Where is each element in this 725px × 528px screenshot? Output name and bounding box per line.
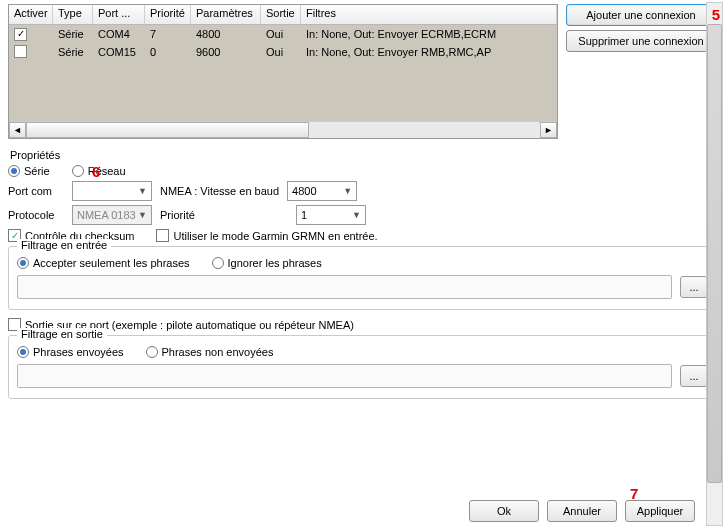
garmin-checkbox[interactable]: Utiliser le mode Garmin GRMN en entrée. xyxy=(156,229,377,242)
chevron-down-icon: ▼ xyxy=(352,210,361,220)
scroll-right-icon[interactable]: ► xyxy=(540,122,557,138)
priority-combo[interactable]: 1▼ xyxy=(296,205,366,225)
chevron-down-icon: ▼ xyxy=(343,186,352,196)
col-parametres[interactable]: Paramètres xyxy=(191,5,261,24)
table-row[interactable]: SérieCOM1509600OuiIn: None, Out: Envoyer… xyxy=(9,43,557,61)
horizontal-scrollbar[interactable]: ◄ ► xyxy=(9,121,557,138)
scroll-left-icon[interactable]: ◄ xyxy=(9,122,26,138)
connections-table: Activer Type Port ... Priorité Paramètre… xyxy=(8,4,558,139)
table-row[interactable]: ✓SérieCOM474800OuiIn: None, Out: Envoyer… xyxy=(9,25,557,43)
col-priorite[interactable]: Priorité xyxy=(145,5,191,24)
chevron-down-icon: ▼ xyxy=(138,210,147,220)
radio-sent-sentences[interactable]: Phrases envoyées xyxy=(17,346,124,358)
port-label: Port com xyxy=(8,185,64,197)
input-filter-fieldset: Filtrage en entrée Accepter seulement le… xyxy=(8,246,717,310)
scroll-thumb[interactable] xyxy=(26,122,309,138)
radio-network[interactable]: Réseau xyxy=(72,165,126,177)
output-filter-more-button[interactable]: ... xyxy=(680,365,708,387)
col-sortie[interactable]: Sortie xyxy=(261,5,301,24)
output-filter-legend: Filtrage en sortie xyxy=(17,328,107,340)
radio-notsent-sentences[interactable]: Phrases non envoyées xyxy=(146,346,274,358)
output-filter-fieldset: Filtrage en sortie Phrases envoyées Phra… xyxy=(8,335,717,399)
priority-label: Priorité xyxy=(160,209,288,221)
properties-title: Propriétés xyxy=(10,149,717,161)
baud-combo[interactable]: 4800▼ xyxy=(287,181,357,201)
row-active-checkbox[interactable] xyxy=(14,45,27,58)
col-port[interactable]: Port ... xyxy=(93,5,145,24)
apply-button[interactable]: Appliquer xyxy=(625,500,695,522)
port-combo[interactable]: ▼ xyxy=(72,181,152,201)
radio-accept-sentences[interactable]: Accepter seulement les phrases xyxy=(17,257,190,269)
ok-button[interactable]: Ok xyxy=(469,500,539,522)
input-filter-more-button[interactable]: ... xyxy=(680,276,708,298)
col-activer[interactable]: Activer xyxy=(9,5,53,24)
protocol-label: Protocole xyxy=(8,209,64,221)
col-filtres[interactable]: Filtres xyxy=(301,5,557,24)
radio-serial[interactable]: Série xyxy=(8,165,50,177)
input-filter-text[interactable] xyxy=(17,275,672,299)
input-filter-legend: Filtrage en entrée xyxy=(17,239,111,251)
row-active-checkbox[interactable]: ✓ xyxy=(14,28,27,41)
col-type[interactable]: Type xyxy=(53,5,93,24)
chevron-down-icon: ▼ xyxy=(138,186,147,196)
cancel-button[interactable]: Annuler xyxy=(547,500,617,522)
vertical-scrollbar[interactable] xyxy=(706,2,723,526)
radio-ignore-sentences[interactable]: Ignorer les phrases xyxy=(212,257,322,269)
baud-label: NMEA : Vitesse en baud xyxy=(160,185,279,197)
protocol-combo[interactable]: NMEA 0183▼ xyxy=(72,205,152,225)
delete-connection-button[interactable]: Supprimer une connexion xyxy=(566,30,716,52)
scroll-thumb[interactable] xyxy=(707,24,722,483)
add-connection-button[interactable]: Ajouter une connexion xyxy=(566,4,716,26)
output-filter-text[interactable] xyxy=(17,364,672,388)
